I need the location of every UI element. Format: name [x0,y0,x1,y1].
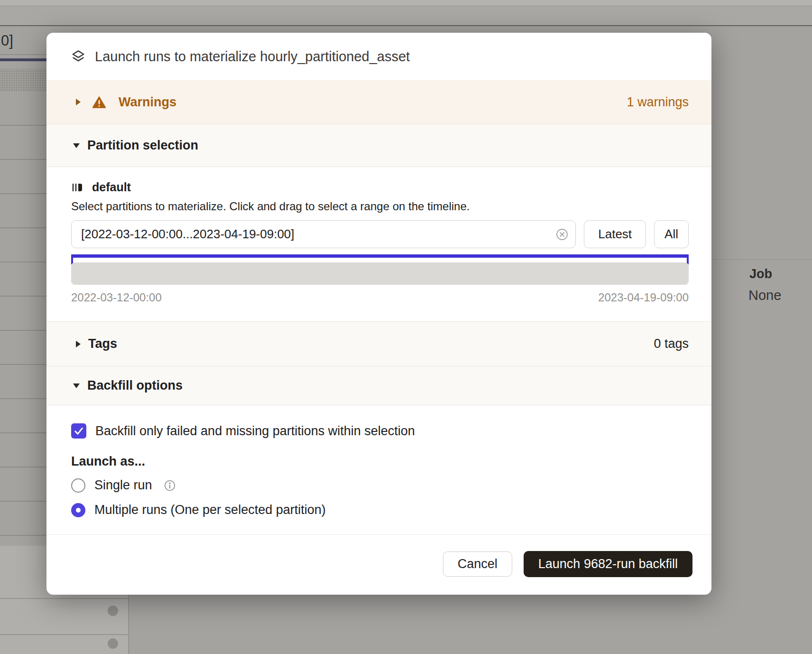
background-top-strip [0,0,812,6]
chevron-down-icon [73,143,80,148]
background-status-dot [108,638,118,649]
background-table-rows [0,92,46,547]
single-run-radio[interactable] [71,478,85,493]
multiple-runs-option: Multiple runs (One per selected partitio… [71,503,689,517]
background-divider [0,54,46,55]
partition-helper-text: Select partitions to materialize. Click … [71,200,689,213]
partition-dimension-name: default [92,180,131,194]
timeline-end-date: 2023-04-19-09:00 [598,291,689,304]
background-accent-divider [0,58,46,61]
all-button[interactable]: All [654,220,689,248]
chevron-right-icon [76,341,81,347]
multiple-runs-radio[interactable] [71,503,85,517]
chevron-down-icon [73,383,80,388]
timeline-date-labels: 2022-03-12-00:00 2023-04-19-09:00 [71,291,689,304]
partition-range-field [71,220,576,248]
tags-label: Tags [88,336,117,351]
failed-missing-checkbox[interactable] [71,423,86,439]
background-row-divider [0,598,128,599]
background-toolbar-band [0,7,812,26]
partition-selection-header[interactable]: Partition selection [46,124,711,167]
tags-count: 0 tags [654,336,689,351]
single-run-option: Single run [71,478,689,493]
cancel-button[interactable]: Cancel [443,551,512,577]
launch-backfill-dialog: Launch runs to materialize hourly_partit… [46,33,711,595]
warning-triangle-icon [92,96,106,109]
partition-range-input[interactable] [71,220,576,248]
partition-icon [71,181,83,194]
backfill-options-body: Backfill only failed and missing partiti… [46,405,711,534]
partition-controls: Latest All [71,220,689,248]
timeline-start-date: 2022-03-12-00:00 [71,291,162,304]
warnings-label: Warnings [119,95,176,110]
launch-as-label: Launch as... [71,454,689,469]
background-row-divider [0,634,128,635]
job-column-value: None [748,288,781,303]
background-row-divider [712,259,812,260]
background-truncated-text: 0] [1,32,13,49]
background-status-dot [108,606,118,616]
partition-selection-label: Partition selection [87,138,198,153]
background-selected-row [0,69,46,92]
chevron-right-icon [76,99,81,105]
warnings-section-header[interactable]: Warnings 1 warnings [46,80,711,124]
backfill-options-header[interactable]: Backfill options [46,366,711,405]
backfill-options-label: Backfill options [87,378,183,393]
partition-dimension-row: default [71,180,689,194]
dialog-header: Launch runs to materialize hourly_partit… [46,33,711,80]
checkmark-icon [73,425,85,437]
latest-button[interactable]: Latest [584,220,646,248]
partition-selection-body: default Select partitions to materialize… [46,167,711,321]
single-run-label: Single run [94,478,152,493]
info-icon[interactable] [163,479,176,492]
clear-selection-button[interactable] [555,227,569,242]
tags-section-header[interactable]: Tags 0 tags [46,321,711,366]
failed-missing-checkbox-row: Backfill only failed and missing partiti… [71,423,689,439]
partition-timeline[interactable] [71,262,689,285]
failed-missing-checkbox-label: Backfill only failed and missing partiti… [95,424,415,439]
multiple-runs-label: Multiple runs (One per selected partitio… [94,503,326,517]
job-column-header: Job [749,267,772,281]
dialog-footer: Cancel Launch 9682-run backfill [46,534,711,595]
dialog-title: Launch runs to materialize hourly_partit… [95,49,410,65]
asset-layers-icon [71,49,85,64]
circle-x-icon [555,227,569,242]
launch-backfill-button[interactable]: Launch 9682-run backfill [524,551,692,577]
warnings-count: 1 warnings [627,95,689,110]
